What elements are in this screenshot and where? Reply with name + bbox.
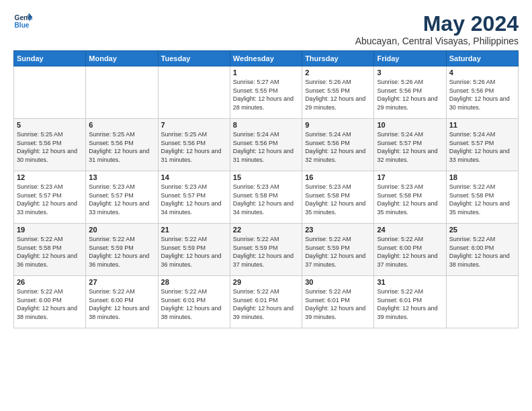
day-info: Sunrise: 5:22 AMSunset: 6:01 PMDaylight:… — [161, 287, 227, 321]
day-number: 25 — [449, 226, 515, 234]
weekday-header: Thursday — [302, 51, 374, 66]
calendar-cell: 2Sunrise: 5:26 AMSunset: 5:55 PMDaylight… — [302, 66, 374, 119]
day-number: 15 — [233, 173, 299, 181]
day-info: Sunrise: 5:24 AMSunset: 5:56 PMDaylight:… — [305, 130, 371, 164]
calendar-week-row: 1Sunrise: 5:27 AMSunset: 5:55 PMDaylight… — [14, 66, 519, 119]
calendar-cell: 11Sunrise: 5:24 AMSunset: 5:57 PMDayligh… — [446, 119, 518, 171]
day-number: 8 — [233, 121, 299, 129]
calendar-cell: 29Sunrise: 5:22 AMSunset: 6:01 PMDayligh… — [230, 276, 302, 328]
day-number: 12 — [17, 173, 83, 181]
day-number: 6 — [89, 121, 154, 129]
day-info: Sunrise: 5:22 AMSunset: 6:01 PMDaylight:… — [377, 287, 443, 321]
calendar-cell: 14Sunrise: 5:23 AMSunset: 5:57 PMDayligh… — [158, 171, 230, 224]
day-info: Sunrise: 5:22 AMSunset: 6:00 PMDaylight:… — [89, 287, 154, 321]
day-number: 7 — [161, 121, 227, 129]
calendar-cell — [14, 66, 86, 119]
day-number: 29 — [233, 278, 299, 286]
day-info: Sunrise: 5:22 AMSunset: 5:59 PMDaylight:… — [305, 235, 371, 269]
day-info: Sunrise: 5:23 AMSunset: 5:57 PMDaylight:… — [17, 183, 83, 216]
weekday-header: Wednesday — [230, 51, 302, 66]
day-info: Sunrise: 5:22 AMSunset: 5:59 PMDaylight:… — [161, 235, 227, 269]
calendar-cell: 27Sunrise: 5:22 AMSunset: 6:00 PMDayligh… — [86, 276, 158, 328]
calendar-cell: 9Sunrise: 5:24 AMSunset: 5:56 PMDaylight… — [302, 119, 374, 171]
day-info: Sunrise: 5:24 AMSunset: 5:56 PMDaylight:… — [233, 130, 299, 164]
calendar-cell: 22Sunrise: 5:22 AMSunset: 5:59 PMDayligh… — [230, 224, 302, 276]
day-info: Sunrise: 5:26 AMSunset: 5:56 PMDaylight:… — [377, 78, 443, 111]
calendar-cell: 13Sunrise: 5:23 AMSunset: 5:57 PMDayligh… — [86, 171, 158, 224]
day-number: 18 — [449, 173, 515, 181]
calendar-table: SundayMondayTuesdayWednesdayThursdayFrid… — [13, 50, 519, 328]
day-number: 4 — [449, 68, 515, 77]
day-info: Sunrise: 5:23 AMSunset: 5:58 PMDaylight:… — [305, 183, 371, 216]
day-number: 2 — [305, 68, 371, 77]
weekday-header: Monday — [86, 51, 158, 66]
logo: General Blue — [13, 12, 32, 31]
calendar-cell: 30Sunrise: 5:22 AMSunset: 6:01 PMDayligh… — [302, 276, 374, 328]
day-info: Sunrise: 5:26 AMSunset: 5:55 PMDaylight:… — [305, 78, 371, 111]
day-number: 1 — [233, 68, 299, 77]
title-block: May 2024 Abucayan, Central Visayas, Phil… — [355, 12, 519, 46]
calendar-cell: 26Sunrise: 5:22 AMSunset: 6:00 PMDayligh… — [14, 276, 86, 328]
day-info: Sunrise: 5:22 AMSunset: 5:58 PMDaylight:… — [17, 235, 83, 269]
day-number: 9 — [305, 121, 371, 129]
day-info: Sunrise: 5:22 AMSunset: 6:00 PMDaylight:… — [449, 235, 515, 269]
day-info: Sunrise: 5:22 AMSunset: 5:59 PMDaylight:… — [89, 235, 154, 269]
calendar-cell: 10Sunrise: 5:24 AMSunset: 5:57 PMDayligh… — [374, 119, 446, 171]
calendar-cell: 24Sunrise: 5:22 AMSunset: 6:00 PMDayligh… — [374, 224, 446, 276]
calendar-week-row: 5Sunrise: 5:25 AMSunset: 5:56 PMDaylight… — [14, 119, 519, 171]
day-number: 13 — [89, 173, 154, 181]
day-number: 3 — [377, 68, 443, 77]
day-info: Sunrise: 5:22 AMSunset: 5:58 PMDaylight:… — [449, 183, 515, 216]
calendar-cell: 25Sunrise: 5:22 AMSunset: 6:00 PMDayligh… — [446, 224, 518, 276]
day-number: 14 — [161, 173, 227, 181]
day-info: Sunrise: 5:22 AMSunset: 6:00 PMDaylight:… — [377, 235, 443, 269]
day-info: Sunrise: 5:23 AMSunset: 5:57 PMDaylight:… — [161, 183, 227, 216]
calendar-cell: 18Sunrise: 5:22 AMSunset: 5:58 PMDayligh… — [446, 171, 518, 224]
weekday-header: Saturday — [446, 51, 518, 66]
calendar-cell: 23Sunrise: 5:22 AMSunset: 5:59 PMDayligh… — [302, 224, 374, 276]
calendar-cell: 31Sunrise: 5:22 AMSunset: 6:01 PMDayligh… — [374, 276, 446, 328]
header: General Blue May 2024 Abucayan, Central … — [13, 12, 519, 46]
day-info: Sunrise: 5:23 AMSunset: 5:58 PMDaylight:… — [233, 183, 299, 216]
calendar-cell: 3Sunrise: 5:26 AMSunset: 5:56 PMDaylight… — [374, 66, 446, 119]
day-number: 10 — [377, 121, 443, 129]
calendar-cell: 19Sunrise: 5:22 AMSunset: 5:58 PMDayligh… — [14, 224, 86, 276]
logo-icon: General Blue — [13, 12, 32, 31]
day-info: Sunrise: 5:25 AMSunset: 5:56 PMDaylight:… — [17, 130, 83, 164]
calendar-header-row: SundayMondayTuesdayWednesdayThursdayFrid… — [14, 51, 519, 66]
svg-text:Blue: Blue — [15, 21, 30, 29]
day-info: Sunrise: 5:27 AMSunset: 5:55 PMDaylight:… — [233, 78, 299, 111]
day-number: 5 — [17, 121, 83, 129]
calendar-cell: 12Sunrise: 5:23 AMSunset: 5:57 PMDayligh… — [14, 171, 86, 224]
calendar-cell: 17Sunrise: 5:23 AMSunset: 5:58 PMDayligh… — [374, 171, 446, 224]
day-number: 31 — [377, 278, 443, 286]
weekday-header: Sunday — [14, 51, 86, 66]
calendar-cell — [446, 276, 518, 328]
day-number: 22 — [233, 226, 299, 234]
day-number: 16 — [305, 173, 371, 181]
day-number: 19 — [17, 226, 83, 234]
weekday-header: Friday — [374, 51, 446, 66]
day-info: Sunrise: 5:22 AMSunset: 6:01 PMDaylight:… — [233, 287, 299, 321]
weekday-header: Tuesday — [158, 51, 230, 66]
calendar-cell: 21Sunrise: 5:22 AMSunset: 5:59 PMDayligh… — [158, 224, 230, 276]
day-number: 23 — [305, 226, 371, 234]
day-number: 11 — [449, 121, 515, 129]
calendar-cell: 6Sunrise: 5:25 AMSunset: 5:56 PMDaylight… — [86, 119, 158, 171]
day-number: 21 — [161, 226, 227, 234]
day-info: Sunrise: 5:23 AMSunset: 5:58 PMDaylight:… — [377, 183, 443, 216]
day-info: Sunrise: 5:22 AMSunset: 6:01 PMDaylight:… — [305, 287, 371, 321]
day-info: Sunrise: 5:25 AMSunset: 5:56 PMDaylight:… — [161, 130, 227, 164]
day-number: 28 — [161, 278, 227, 286]
calendar-cell: 7Sunrise: 5:25 AMSunset: 5:56 PMDaylight… — [158, 119, 230, 171]
day-info: Sunrise: 5:24 AMSunset: 5:57 PMDaylight:… — [377, 130, 443, 164]
main-title: May 2024 — [355, 12, 519, 36]
calendar-week-row: 26Sunrise: 5:22 AMSunset: 6:00 PMDayligh… — [14, 276, 519, 328]
day-number: 24 — [377, 226, 443, 234]
day-info: Sunrise: 5:22 AMSunset: 6:00 PMDaylight:… — [17, 287, 83, 321]
day-number: 26 — [17, 278, 83, 286]
calendar-cell: 4Sunrise: 5:26 AMSunset: 5:56 PMDaylight… — [446, 66, 518, 119]
calendar-week-row: 12Sunrise: 5:23 AMSunset: 5:57 PMDayligh… — [14, 171, 519, 224]
calendar-cell: 1Sunrise: 5:27 AMSunset: 5:55 PMDaylight… — [230, 66, 302, 119]
day-info: Sunrise: 5:26 AMSunset: 5:56 PMDaylight:… — [449, 78, 515, 111]
